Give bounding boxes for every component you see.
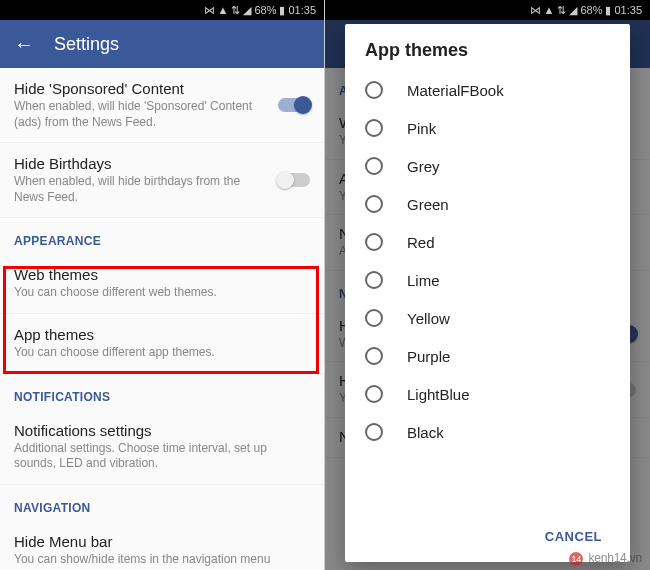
- radio-label: LightBlue: [407, 386, 470, 403]
- radio-label: Yellow: [407, 310, 450, 327]
- theme-option-red[interactable]: Red: [365, 223, 610, 261]
- battery-percent: 68%: [580, 4, 602, 16]
- theme-option-materialfbook[interactable]: MaterialFBook: [365, 71, 610, 109]
- setting-title: Hide 'Sponsored' Content: [14, 80, 268, 97]
- cancel-button[interactable]: CANCEL: [535, 523, 612, 550]
- radio-icon: [365, 157, 383, 175]
- theme-option-green[interactable]: Green: [365, 185, 610, 223]
- web-themes-setting[interactable]: Web themes You can choose different web …: [0, 254, 324, 314]
- data-icon: ⇅: [231, 4, 240, 17]
- hide-sponsored-setting[interactable]: Hide 'Sponsored' Content When enabled, w…: [0, 68, 324, 143]
- radio-icon: [365, 81, 383, 99]
- radio-icon: [365, 423, 383, 441]
- radio-label: Grey: [407, 158, 440, 175]
- setting-title: App themes: [14, 326, 310, 343]
- app-bar-title: Settings: [54, 34, 119, 55]
- radio-label: Lime: [407, 272, 440, 289]
- battery-percent: 68%: [254, 4, 276, 16]
- vibrate-icon: ⋈: [204, 4, 215, 17]
- dialog-screen: ⋈ ▲ ⇅ ◢ 68% ▮ 01:35 AI WYo AYo NA so NA …: [325, 0, 650, 570]
- radio-icon: [365, 195, 383, 213]
- radio-label: Pink: [407, 120, 436, 137]
- radio-label: MaterialFBook: [407, 82, 504, 99]
- theme-option-lightblue[interactable]: LightBlue: [365, 375, 610, 413]
- dialog-title: App themes: [345, 24, 630, 71]
- notifications-section-header: NOTIFICATIONS: [0, 374, 324, 410]
- setting-subtitle: When enabled, will hide birthdays from t…: [14, 174, 268, 205]
- clock-time: 01:35: [288, 4, 316, 16]
- signal-icon: ◢: [569, 4, 577, 17]
- setting-subtitle: You can choose different web themes.: [14, 285, 310, 301]
- radio-label: Red: [407, 234, 435, 251]
- setting-subtitle: Additional settings. Choose time interva…: [14, 441, 310, 472]
- theme-option-lime[interactable]: Lime: [365, 261, 610, 299]
- radio-label: Purple: [407, 348, 450, 365]
- radio-icon: [365, 309, 383, 327]
- hide-menu-setting[interactable]: Hide Menu bar You can show/hide items in…: [0, 521, 324, 570]
- data-icon: ⇅: [557, 4, 566, 17]
- app-bar: ← Settings: [0, 20, 324, 68]
- vibrate-icon: ⋈: [530, 4, 541, 17]
- setting-title: Hide Birthdays: [14, 155, 268, 172]
- radio-icon: [365, 385, 383, 403]
- clock-time: 01:35: [614, 4, 642, 16]
- setting-subtitle: When enabled, will hide 'Sponsored' Cont…: [14, 99, 268, 130]
- appearance-section-header: APPEARANCE: [0, 218, 324, 254]
- theme-option-black[interactable]: Black: [365, 413, 610, 451]
- settings-list: Hide 'Sponsored' Content When enabled, w…: [0, 68, 324, 570]
- notifications-setting[interactable]: Notifications settings Additional settin…: [0, 410, 324, 485]
- theme-options-list: MaterialFBook Pink Grey Green Red Lime Y…: [345, 71, 630, 513]
- theme-option-yellow[interactable]: Yellow: [365, 299, 610, 337]
- status-bar: ⋈ ▲ ⇅ ◢ 68% ▮ 01:35: [325, 0, 650, 20]
- signal-icon: ◢: [243, 4, 251, 17]
- battery-icon: ▮: [279, 4, 285, 17]
- app-themes-setting[interactable]: App themes You can choose different app …: [0, 314, 324, 374]
- radio-icon: [365, 271, 383, 289]
- radio-label: Green: [407, 196, 449, 213]
- setting-title: Web themes: [14, 266, 310, 283]
- theme-option-pink[interactable]: Pink: [365, 109, 610, 147]
- setting-subtitle: You can choose different app themes.: [14, 345, 310, 361]
- status-bar: ⋈ ▲ ⇅ ◢ 68% ▮ 01:35: [0, 0, 324, 20]
- settings-screen: ⋈ ▲ ⇅ ◢ 68% ▮ 01:35 ← Settings Hide 'Spo…: [0, 0, 325, 570]
- back-arrow-icon[interactable]: ←: [14, 33, 34, 56]
- radio-icon: [365, 233, 383, 251]
- wifi-icon: ▲: [218, 4, 229, 16]
- setting-title: Hide Menu bar: [14, 533, 310, 550]
- radio-icon: [365, 119, 383, 137]
- battery-icon: ▮: [605, 4, 611, 17]
- theme-option-grey[interactable]: Grey: [365, 147, 610, 185]
- app-themes-dialog: App themes MaterialFBook Pink Grey Green…: [345, 24, 630, 562]
- radio-icon: [365, 347, 383, 365]
- hide-sponsored-toggle[interactable]: [278, 98, 310, 112]
- radio-label: Black: [407, 424, 444, 441]
- dialog-actions: CANCEL: [345, 513, 630, 562]
- navigation-section-header: NAVIGATION: [0, 485, 324, 521]
- wifi-icon: ▲: [544, 4, 555, 16]
- setting-title: Notifications settings: [14, 422, 310, 439]
- setting-subtitle: You can show/hide items in the navigatio…: [14, 552, 310, 568]
- theme-option-purple[interactable]: Purple: [365, 337, 610, 375]
- hide-birthdays-toggle[interactable]: [278, 173, 310, 187]
- hide-birthdays-setting[interactable]: Hide Birthdays When enabled, will hide b…: [0, 143, 324, 218]
